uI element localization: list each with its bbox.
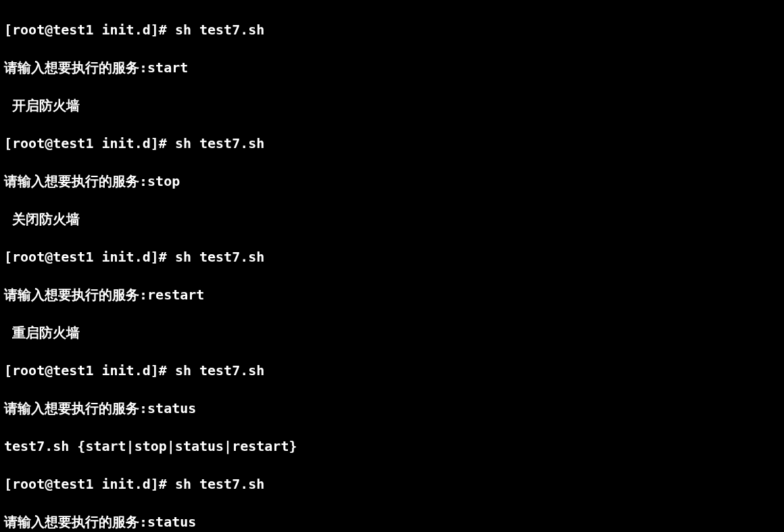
output-status1: test7.sh {start|stop|status|restart} (4, 437, 780, 456)
input-prompt: 请输入想要执行的服务: (4, 287, 147, 303)
cmd-line-5: [root@test1 init.d]# sh test7.sh (4, 475, 780, 493)
input-prompt: 请输入想要执行的服务: (4, 59, 147, 76)
shell-prompt: [root@test1 init.d]# (4, 135, 175, 151)
input-prompt: 请输入想要执行的服务: (4, 173, 147, 189)
input-value: stop (147, 173, 180, 189)
shell-prompt: [root@test1 init.d]# (4, 249, 175, 265)
terminal-upper[interactable]: [root@test1 init.d]# sh test7.sh 请输入想要执行… (0, 0, 784, 532)
input-value: status (147, 400, 196, 416)
command-text: sh test7.sh (175, 249, 264, 265)
cmd-line-2: [root@test1 init.d]# sh test7.sh (4, 134, 780, 153)
output-stop: 关闭防火墙 (4, 210, 780, 228)
cmd-line-1: [root@test1 init.d]# sh test7.sh (4, 20, 780, 39)
command-text: sh test7.sh (175, 362, 264, 379)
input-line-status1: 请输入想要执行的服务:status (4, 399, 780, 418)
input-prompt: 请输入想要执行的服务: (4, 400, 147, 416)
command-text: sh test7.sh (175, 135, 264, 151)
cmd-line-3: [root@test1 init.d]# sh test7.sh (4, 247, 780, 266)
input-line-stop: 请输入想要执行的服务:stop (4, 172, 780, 191)
command-text: sh test7.sh (175, 476, 264, 492)
shell-prompt: [root@test1 init.d]# (4, 22, 175, 38)
cmd-line-4: [root@test1 init.d]# sh test7.sh (4, 361, 780, 380)
shell-prompt: [root@test1 init.d]# (4, 362, 175, 379)
shell-prompt: [root@test1 init.d]# (4, 476, 175, 492)
input-value: restart (147, 287, 204, 303)
input-line-start: 请输入想要执行的服务:start (4, 58, 780, 77)
input-line-status2: 请输入想要执行的服务:status (4, 512, 780, 531)
output-restart: 重启防火墙 (4, 323, 780, 342)
input-value: status (147, 514, 196, 530)
command-text: sh test7.sh (175, 22, 264, 38)
input-line-restart: 请输入想要执行的服务:restart (4, 285, 780, 304)
input-value: start (147, 59, 188, 76)
input-prompt: 请输入想要执行的服务: (4, 514, 147, 530)
output-start: 开启防火墙 (4, 96, 780, 115)
